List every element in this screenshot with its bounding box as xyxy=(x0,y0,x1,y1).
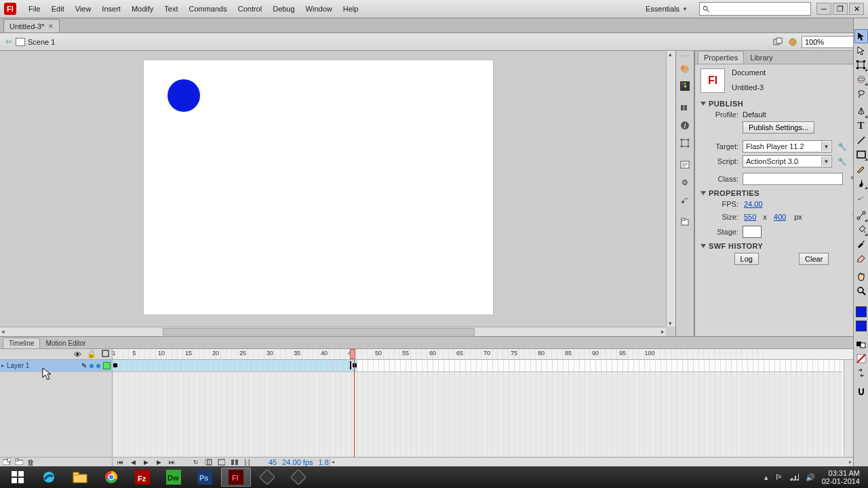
panel-grip[interactable] xyxy=(679,55,690,57)
color-panel-icon[interactable]: 🎨 xyxy=(676,60,694,77)
timeline-scrollbar-horizontal[interactable]: ◂ ▸ xyxy=(330,458,853,466)
action-center-icon[interactable]: 🏳 xyxy=(775,473,783,481)
keyframe-start[interactable] xyxy=(113,363,117,367)
stage-scrollbar-horizontal[interactable] xyxy=(0,327,666,336)
brush-tool[interactable] xyxy=(854,176,868,190)
frames-area[interactable] xyxy=(113,360,853,457)
tab-properties[interactable]: Properties xyxy=(698,51,744,64)
filezilla-taskbar-icon[interactable]: Fz xyxy=(127,468,157,487)
free-transform-tool[interactable] xyxy=(854,58,868,72)
delete-layer-icon[interactable]: 🗑 xyxy=(27,458,35,466)
back-arrow-icon[interactable]: ⇦ xyxy=(5,37,12,46)
line-tool[interactable] xyxy=(854,133,868,147)
step-fwd-icon[interactable]: ▶ xyxy=(155,459,163,466)
chrome-taskbar-icon[interactable] xyxy=(96,468,126,487)
close-tab-icon[interactable]: ✕ xyxy=(48,23,54,30)
no-color-icon[interactable] xyxy=(854,351,868,365)
text-tool[interactable]: T xyxy=(854,119,868,133)
menu-file[interactable]: File xyxy=(23,2,46,16)
app-taskbar-icon[interactable] xyxy=(252,468,282,487)
onion-skin-icon[interactable] xyxy=(205,459,212,466)
motion-presets-icon[interactable] xyxy=(676,191,694,209)
flash-taskbar-icon[interactable]: Fl xyxy=(221,468,251,487)
timeline-ruler[interactable]: 1510152025303540455055606570758085909510… xyxy=(113,349,853,359)
fps-value[interactable]: 24.00 xyxy=(743,200,764,208)
wrench-icon[interactable]: 🔧 xyxy=(836,155,848,167)
new-folder-icon[interactable] xyxy=(15,458,23,466)
tab-timeline[interactable]: Timeline xyxy=(3,338,40,348)
edit-multiple-frames-icon[interactable] xyxy=(231,459,238,466)
3d-rotation-tool[interactable] xyxy=(854,72,868,86)
log-button[interactable]: Log xyxy=(734,253,759,265)
bone-tool[interactable] xyxy=(854,208,868,222)
tab-motion-editor[interactable]: Motion Editor xyxy=(40,338,91,348)
network-icon[interactable] xyxy=(789,472,799,482)
menu-commands[interactable]: Commands xyxy=(183,2,232,16)
tray-date[interactable]: 02-01-2014 xyxy=(822,477,860,485)
explorer-taskbar-icon[interactable] xyxy=(65,468,95,487)
script-select[interactable]: ActionScript 3.0▼ xyxy=(743,155,832,167)
eraser-tool[interactable] xyxy=(854,251,868,265)
menu-edit[interactable]: Edit xyxy=(46,2,70,16)
close-button[interactable]: ✕ xyxy=(849,3,864,15)
pen-tool[interactable] xyxy=(854,104,868,119)
visibility-column-icon[interactable]: 👁 xyxy=(74,350,81,359)
frames-scrollbar-vertical[interactable] xyxy=(844,360,853,457)
playhead-line[interactable] xyxy=(354,360,355,457)
options-snap-icon[interactable] xyxy=(854,384,868,398)
section-publish[interactable]: PUBLISH xyxy=(701,100,863,108)
fill-color[interactable] xyxy=(854,319,868,333)
stage-canvas[interactable] xyxy=(144,60,493,314)
play-icon[interactable]: ▶ xyxy=(142,459,150,466)
rectangle-tool[interactable] xyxy=(854,147,868,161)
playhead[interactable] xyxy=(350,349,355,359)
minimize-button[interactable]: ─ xyxy=(816,3,831,15)
lock-column-icon[interactable]: 🔒 xyxy=(87,350,96,359)
tray-up-icon[interactable]: ▴ xyxy=(764,473,768,482)
workspace-switcher[interactable]: Essentials ▼ xyxy=(641,3,695,15)
document-tab[interactable]: Untitled-3* ✕ xyxy=(3,19,60,33)
eyedropper-tool[interactable] xyxy=(854,237,868,251)
photoshop-taskbar-icon[interactable]: Ps xyxy=(190,468,220,487)
menu-debug[interactable]: Debug xyxy=(267,2,300,16)
lasso-tool[interactable] xyxy=(854,86,868,100)
tray-time[interactable]: 03:31 AM xyxy=(822,469,860,477)
paint-bucket-tool[interactable] xyxy=(854,222,868,237)
deco-tool[interactable] xyxy=(854,190,868,204)
app2-taskbar-icon[interactable] xyxy=(283,468,313,487)
code-snippets-icon[interactable] xyxy=(676,156,694,174)
scrollbar-thumb[interactable] xyxy=(163,328,475,336)
current-frame[interactable]: 45 xyxy=(269,458,277,466)
selection-tool[interactable] xyxy=(854,29,868,43)
goto-last-icon[interactable]: ⏭ xyxy=(168,459,176,466)
black-and-white-icon[interactable] xyxy=(854,337,868,351)
swatches-panel-icon[interactable] xyxy=(676,77,694,95)
stage-area[interactable] xyxy=(0,51,675,336)
outline-column-icon[interactable] xyxy=(102,350,109,359)
align-panel-icon[interactable] xyxy=(676,99,694,117)
layer-row[interactable]: ▸ Layer 1 ✎ xyxy=(0,360,112,372)
menu-window[interactable]: Window xyxy=(300,2,338,16)
start-button[interactable] xyxy=(3,468,33,487)
outline-swatch[interactable] xyxy=(103,362,111,369)
loop-icon[interactable]: ↻ xyxy=(192,459,199,466)
menu-insert[interactable]: Insert xyxy=(96,2,126,16)
clear-button[interactable]: Clear xyxy=(799,253,829,265)
keyframe-end[interactable] xyxy=(353,363,357,367)
stage-scrollbar-vertical[interactable] xyxy=(666,51,675,327)
publish-settings-button[interactable]: Publish Settings... xyxy=(743,121,814,134)
components-panel-icon[interactable]: ⚙ xyxy=(676,174,694,191)
onion-skin-outlines-icon[interactable] xyxy=(218,459,225,466)
stroke-color[interactable] xyxy=(854,304,868,319)
layer-expand-icon[interactable]: ▸ xyxy=(1,363,4,369)
section-swf-history[interactable]: SWF HISTORY xyxy=(701,242,863,250)
zoom-tool[interactable] xyxy=(854,283,868,298)
class-input[interactable] xyxy=(743,173,843,185)
swap-colors-icon[interactable] xyxy=(854,365,868,380)
scene-crumb[interactable]: Scene 1 xyxy=(16,38,55,46)
wrench-icon[interactable]: 🔧 xyxy=(836,140,848,152)
layer-name[interactable]: Layer 1 xyxy=(7,362,79,369)
volume-icon[interactable]: 🔊 xyxy=(806,473,815,482)
project-panel-icon[interactable] xyxy=(676,213,694,230)
search-input[interactable] xyxy=(699,2,811,16)
